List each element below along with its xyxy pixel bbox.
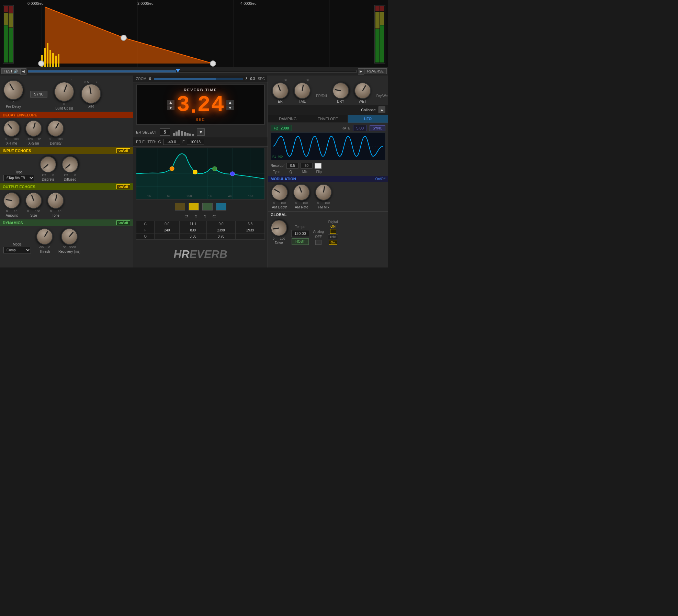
eq-f-col1[interactable]: 240 <box>155 227 180 233</box>
pre-delay-knob[interactable] <box>0 76 27 103</box>
digit1-down-btn[interactable]: ▼ <box>167 105 174 110</box>
flip-box[interactable] <box>315 163 321 169</box>
lfo-sync-button[interactable]: SYNC <box>370 125 385 131</box>
output-size-knob[interactable] <box>23 190 44 211</box>
decay-envelope-header: DECAY ENVELOPE <box>0 112 133 118</box>
modulation-onoff[interactable]: On/Off <box>375 177 385 181</box>
sync-button[interactable]: SYNC <box>30 91 47 98</box>
tab-envelope[interactable]: ENVELOPE <box>308 115 348 123</box>
dynamics-badge[interactable]: On/Off <box>116 220 130 225</box>
input-echoes-body: Type 6Tap 8th FB Off 0 Discrete Off 0 <box>0 154 133 183</box>
left-panel: 0 Pre Delay SYNC 1 0 Build Up [s] 0.5 2 <box>0 76 133 267</box>
er-filter-f-value[interactable]: 10013 <box>187 139 204 145</box>
filter-shape-row: ⊃ ∩ ∩ ⊂ <box>133 213 268 219</box>
size-knob[interactable] <box>79 82 102 105</box>
waveform-canvas: 0.000Sec 2.000Sec 4.000Sec <box>0 0 388 67</box>
eq-g-col1[interactable]: 0.0 <box>155 221 180 227</box>
play-back-button[interactable]: ◀ <box>20 68 26 75</box>
digit3-up-btn[interactable]: ▲ <box>226 100 234 105</box>
tab-damping[interactable]: DAMPING <box>268 115 308 123</box>
swatch-2[interactable] <box>189 203 199 210</box>
er-top-label: 50 <box>284 78 289 82</box>
swatch-4[interactable] <box>216 203 226 210</box>
eq-f-col2[interactable]: 839 <box>180 227 207 233</box>
analog-toggle[interactable] <box>315 240 321 245</box>
play-forward-button[interactable]: ▶ <box>358 68 364 75</box>
test-button[interactable]: TEST 🔊 <box>1 68 20 74</box>
lfo-rate-value[interactable]: 5.00 <box>353 125 367 131</box>
amdepth-min: 0 <box>273 201 275 205</box>
eq-f-col3[interactable]: 2398 <box>206 227 236 233</box>
echo-type-group: Type 6Tap 8th FB <box>3 170 34 181</box>
host-button[interactable]: HOST <box>292 238 309 245</box>
lfo-f2-value[interactable]: 2000 <box>281 126 289 130</box>
thresh-knob[interactable] <box>33 225 56 248</box>
waveform-scrubber[interactable] <box>28 70 357 73</box>
eq-q-col1[interactable] <box>155 233 180 240</box>
filter-shape-2[interactable]: ∩ <box>194 213 197 219</box>
recovery-group: 30 3000 Recovery [ms] <box>58 228 80 253</box>
svg-rect-11 <box>58 54 59 67</box>
filter-shape-3[interactable]: ∩ <box>203 213 207 219</box>
wet-knob-group: WET <box>354 82 371 103</box>
er-label: ER <box>278 100 283 103</box>
eq-table: G 0.0 11.1 0.0 6.8 F 240 839 2398 2939 Q… <box>136 221 265 240</box>
am-depth-knob[interactable] <box>268 181 291 204</box>
input-echoes-badge[interactable]: On/Off <box>116 148 130 153</box>
svg-rect-7 <box>47 43 48 67</box>
freq-4k: 4K <box>228 194 232 198</box>
swatch-1[interactable] <box>175 203 185 210</box>
reverse-button[interactable]: REVERSE <box>364 68 387 74</box>
digit3-down-btn[interactable]: ▼ <box>226 105 234 110</box>
filter-shape-4[interactable]: ⊂ <box>212 213 216 219</box>
er-filter-g-value[interactable]: -40.0 <box>163 139 180 145</box>
reso-q-value[interactable]: 0.5 <box>286 163 298 169</box>
swatch-3[interactable] <box>202 203 213 210</box>
recovery-label: Recovery [ms] <box>58 250 80 253</box>
digit1-up-btn[interactable]: ▲ <box>167 100 174 105</box>
tab-lfo[interactable]: LFO <box>348 115 388 123</box>
am-rate-label: AM Rate <box>295 205 308 209</box>
output-size-label: Size <box>30 214 37 217</box>
waveform-svg <box>0 0 388 67</box>
digital-toggle[interactable] <box>330 229 336 234</box>
output-amount-knob[interactable] <box>2 191 21 210</box>
tempo-value[interactable]: 120.00 <box>291 230 309 237</box>
eq-g-col3[interactable]: 0.0 <box>206 221 236 227</box>
dry-knob[interactable] <box>331 81 350 100</box>
tail-knob[interactable] <box>293 81 312 100</box>
filter-shape-1[interactable]: ⊃ <box>184 213 189 219</box>
x-gain-knob[interactable] <box>24 118 44 139</box>
fm-mix-knob[interactable] <box>314 183 333 202</box>
build-up-knob[interactable] <box>52 79 77 104</box>
eq-q-col4[interactable] <box>236 233 265 240</box>
diffused-knob[interactable] <box>58 153 82 176</box>
output-echoes-badge[interactable]: On/Off <box>116 184 130 189</box>
eq-q-col2[interactable]: 3.68 <box>180 233 207 240</box>
reso-mix-value[interactable]: 50 <box>301 163 313 169</box>
dynamics-mode-select[interactable]: Comp <box>3 247 31 253</box>
er-knob[interactable] <box>270 80 291 101</box>
eq-g-col2[interactable]: 11.1 <box>180 221 207 227</box>
drive-knob[interactable] <box>269 218 289 238</box>
eq-q-col3[interactable]: 0.70 <box>206 233 236 240</box>
collapse-button[interactable]: ▲ <box>378 106 385 113</box>
eq-f-col4[interactable]: 2939 <box>236 227 265 233</box>
wet-label: WET <box>359 100 366 103</box>
discrete-knob[interactable] <box>36 153 60 176</box>
recovery-knob[interactable] <box>58 225 81 248</box>
output-tone-knob[interactable] <box>46 191 65 210</box>
density-knob[interactable] <box>44 117 67 140</box>
er-filter-row: ER FILTER: G -40.0 F 10013 <box>133 137 268 147</box>
am-rate-knob[interactable] <box>291 182 312 203</box>
wet-knob[interactable] <box>351 79 374 102</box>
eq-g-col4[interactable]: 6.8 <box>236 221 265 227</box>
er-dropdown-btn[interactable]: ▼ <box>197 128 205 136</box>
x-time-knob[interactable] <box>0 117 23 140</box>
x-time-group: 0 100 X-Time <box>3 120 20 145</box>
er-select-value[interactable]: 5 <box>160 128 170 136</box>
xtime-max: 100 <box>13 137 19 141</box>
echo-type-select[interactable]: 6Tap 8th FB <box>3 175 34 181</box>
zoom-slider[interactable] <box>154 78 243 80</box>
scrubber-fill <box>28 70 176 72</box>
